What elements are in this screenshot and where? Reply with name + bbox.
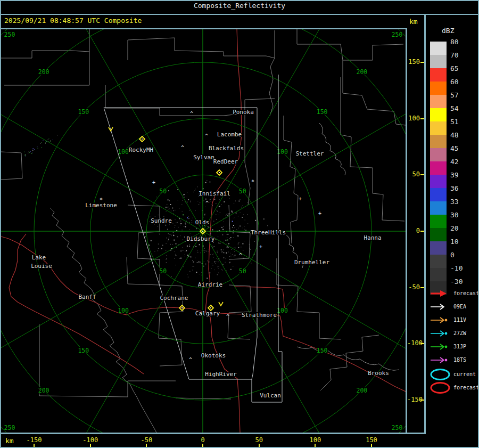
colorbar-swatch (430, 135, 447, 148)
arrow-tip-dot (445, 319, 448, 322)
city-label: Blackfalds (209, 145, 244, 152)
right-axis-tick-label: 100 (407, 115, 420, 122)
weather-echo-dot (228, 243, 229, 245)
weather-echo-dot (218, 243, 219, 243)
weather-echo-dot (190, 233, 191, 233)
right-axis-tick-mark (420, 400, 424, 401)
weather-echo-dot (158, 226, 158, 226)
weather-echo-dot (218, 262, 218, 262)
ring-distance-label: 100 (118, 307, 129, 314)
bottom-axis-tick-label: -100 (75, 436, 106, 444)
city-label: Olds (195, 219, 210, 226)
radar-site-center-dot (219, 172, 220, 173)
weather-echo-dot (232, 249, 232, 250)
weather-echo-dot (226, 252, 227, 254)
weather-echo-dot (174, 210, 174, 210)
colorbar-swatch (430, 82, 447, 95)
weather-echo-dot (233, 266, 233, 267)
ring-distance-label: 150 (78, 347, 89, 354)
weather-echo-dot (245, 230, 246, 231)
weather-echo-dot (207, 260, 208, 261)
right-axis-tick-label: -150 (407, 396, 420, 403)
weather-echo-dot (167, 207, 168, 208)
legend-arrow-icon (429, 289, 450, 298)
weather-echo-dot (225, 216, 226, 216)
weather-echo-dot (204, 214, 205, 215)
weather-echo-dot (247, 214, 248, 215)
weather-echo-dot (200, 252, 201, 253)
weather-echo-dot (193, 266, 193, 266)
radar-map-canvas[interactable]: 5050505010010010010015015015015020020020… (1, 28, 406, 433)
weather-echo-dot (227, 234, 228, 235)
weather-echo-dot (189, 230, 189, 230)
weather-echo-dot (222, 234, 223, 235)
weather-echo-dot (172, 208, 173, 209)
right-axis-tick-label: -50 (407, 283, 420, 291)
weather-echo-dot (168, 207, 169, 207)
weather-echo-dot (217, 251, 218, 251)
weather-echo-dot (168, 199, 169, 200)
ring-distance-label: 200 (38, 387, 49, 394)
weather-echo-dot (186, 221, 187, 222)
weather-echo-dot (176, 247, 177, 248)
city-label: Airdrie (198, 281, 222, 288)
weather-echo-dot (209, 200, 210, 200)
weather-echo-dot (187, 246, 188, 247)
weather-echo-dot (240, 225, 241, 226)
weather-echo-dot (199, 274, 200, 274)
weather-echo-dot (221, 204, 221, 205)
weather-echo-dot (230, 239, 231, 239)
echo-streak-dot (42, 142, 42, 143)
legend-label: 27ZW (453, 330, 466, 336)
city-label: Strathmore (242, 312, 277, 319)
weather-echo-dot (205, 199, 207, 200)
weather-echo-dot (150, 221, 150, 222)
legend-label: 18TS (453, 357, 466, 363)
weather-echo-dot (187, 202, 188, 202)
legend-ellipse-icon (429, 381, 452, 394)
weather-echo-dot (180, 225, 181, 225)
weather-echo-dot (245, 220, 245, 221)
weather-echo-dot (177, 236, 178, 237)
legend-arrow-icon (429, 303, 450, 311)
weather-echo-dot (217, 274, 218, 275)
radar-site-center-dot (210, 307, 211, 308)
weather-echo-dot (197, 201, 198, 201)
weather-echo-dot (183, 239, 183, 240)
arrow-tip-dot (445, 346, 448, 348)
weather-echo-dot (204, 262, 204, 262)
weather-echo-dot (243, 206, 243, 206)
ring-distance-label: 150 (78, 108, 89, 116)
map-marker: ^ (205, 133, 208, 139)
weather-echo-dot (182, 211, 183, 211)
city-label: Innisfail (199, 190, 230, 197)
weather-echo-dot (162, 245, 163, 246)
legend-row: 09EA (429, 303, 450, 313)
weather-echo-dot (176, 255, 177, 256)
colorbar-value: 54 (450, 104, 474, 112)
city-label: Vulcan (260, 392, 281, 399)
colorbar-value: 60 (450, 78, 474, 86)
city-label: Lake (32, 254, 46, 261)
weather-echo-dot (174, 227, 175, 227)
weather-echo-dot (178, 244, 179, 245)
right-axis-tick-mark (420, 174, 424, 175)
map-marker: * (100, 197, 103, 203)
weather-echo-dot (187, 201, 187, 202)
city-label: Banff (78, 294, 96, 300)
city-label: Calgary (195, 310, 220, 317)
titlebar-divider (0, 14, 479, 15)
weather-echo-dot (171, 276, 172, 277)
colorbar-value: 33 (450, 198, 474, 206)
weather-echo-dot (229, 256, 229, 257)
weather-echo-dot (172, 244, 173, 245)
weather-echo-dot (175, 219, 176, 219)
colorbar-swatch (430, 55, 447, 68)
weather-echo-dot (229, 213, 230, 214)
weather-echo-dot (202, 263, 202, 264)
right-axis-tick-mark (420, 118, 424, 119)
right-axis-tick-mark (420, 231, 424, 232)
city-label: Ponoka (233, 109, 254, 116)
weather-echo-dot (170, 204, 171, 205)
weather-echo-dot (213, 246, 214, 247)
